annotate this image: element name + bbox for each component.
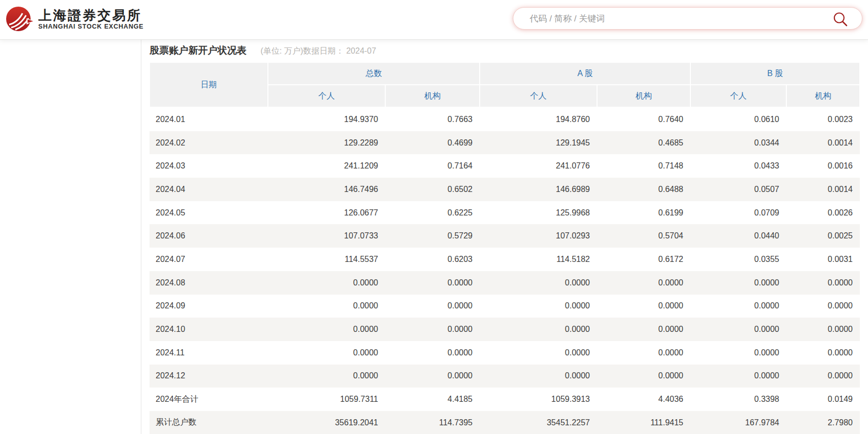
row-value: 0.3398 — [690, 388, 786, 411]
row-value: 0.0000 — [385, 341, 480, 365]
row-value: 0.0000 — [480, 295, 597, 318]
row-value: 0.0149 — [786, 388, 860, 411]
row-value: 0.0000 — [690, 365, 786, 388]
row-value: 0.0000 — [480, 318, 597, 341]
search-button[interactable] — [832, 11, 849, 28]
row-date: 2024.06 — [150, 224, 268, 248]
row-value: 0.0440 — [690, 224, 786, 248]
page: 上海證券交易所 SHANGHAI STOCK EXCHANGE 股票账户新开户状… — [0, 0, 868, 434]
row-value: 4.4185 — [385, 388, 480, 411]
row-value: 0.0000 — [786, 295, 860, 318]
row-value: 114.5182 — [480, 248, 597, 271]
table-row: 2024.120.00000.00000.00000.00000.00000.0… — [150, 365, 860, 388]
row-value: 0.0433 — [690, 154, 786, 178]
row-value: 0.6203 — [385, 248, 480, 271]
row-value: 0.0000 — [597, 341, 690, 365]
row-date: 2024.02 — [150, 131, 268, 155]
accounts-table: 日期 总数 A 股 B 股 个人 机构 个人 机构 个人 机构 2024.011… — [149, 62, 860, 434]
row-value: 129.2289 — [268, 131, 385, 155]
row-value: 0.0016 — [786, 154, 860, 178]
row-value: 0.0000 — [268, 318, 385, 341]
row-value: 194.9370 — [268, 107, 385, 131]
row-value: 194.8760 — [480, 107, 597, 131]
table-row: 2024.090.00000.00000.00000.00000.00000.0… — [150, 295, 860, 318]
row-value: 146.6989 — [480, 178, 597, 201]
row-date: 2024.08 — [150, 271, 268, 295]
row-value: 0.0000 — [597, 318, 690, 341]
column-header-a-personal: 个人 — [480, 85, 597, 107]
column-group-total: 总数 — [268, 62, 480, 85]
row-value: 0.0000 — [385, 318, 480, 341]
logo-name-english: SHANGHAI STOCK EXCHANGE — [38, 23, 143, 30]
row-value: 111.9415 — [597, 411, 690, 434]
search-input[interactable] — [529, 8, 816, 30]
column-header-a-institution: 机构 — [597, 85, 690, 107]
row-value: 0.0026 — [786, 201, 860, 225]
row-value: 0.0000 — [385, 271, 480, 295]
row-date: 累计总户数 — [150, 411, 268, 434]
row-value: 241.1209 — [268, 154, 385, 178]
table-row: 2024.05126.06770.6225125.99680.61990.070… — [150, 201, 860, 225]
row-value: 167.9784 — [690, 411, 786, 434]
row-value: 0.0000 — [597, 295, 690, 318]
row-value: 1059.7311 — [268, 388, 385, 411]
row-value: 0.6502 — [385, 178, 480, 201]
row-value: 241.0776 — [480, 154, 597, 178]
row-value: 0.0000 — [786, 318, 860, 341]
table-row: 2024年合计1059.73114.41851059.39134.40360.3… — [150, 388, 860, 411]
row-value: 0.4699 — [385, 131, 480, 155]
row-value: 0.0000 — [786, 271, 860, 295]
table-row: 2024.01194.93700.7663194.87600.76400.061… — [150, 107, 860, 131]
row-value: 0.0000 — [385, 295, 480, 318]
row-value: 0.5704 — [597, 224, 690, 248]
logo-text: 上海證券交易所 SHANGHAI STOCK EXCHANGE — [38, 8, 143, 30]
row-value: 0.6172 — [597, 248, 690, 271]
row-date: 2024.03 — [150, 154, 268, 178]
column-header-total-institution: 机构 — [385, 85, 480, 107]
row-value: 107.0733 — [268, 224, 385, 248]
row-value: 0.0000 — [786, 341, 860, 365]
row-value: 0.0000 — [690, 295, 786, 318]
table-row: 2024.02129.22890.4699129.19450.46850.034… — [150, 131, 860, 155]
row-value: 35619.2041 — [268, 411, 385, 434]
row-value: 0.0000 — [268, 295, 385, 318]
row-value: 0.4685 — [597, 131, 690, 155]
column-header-b-institution: 机构 — [786, 85, 860, 107]
column-group-a-shares: A 股 — [480, 62, 690, 85]
row-value: 0.0014 — [786, 131, 860, 155]
main-area: 股票账户新开户状况表 (单位: 万户)数据日期： 2024-07 日期 总 — [0, 40, 868, 434]
table-body: 2024.01194.93700.7663194.87600.76400.061… — [150, 107, 860, 434]
row-value: 146.7496 — [268, 178, 385, 201]
sse-logo[interactable]: 上海證券交易所 SHANGHAI STOCK EXCHANGE — [4, 4, 143, 34]
row-value: 0.0000 — [480, 365, 597, 388]
row-value: 0.0709 — [690, 201, 786, 225]
table-row: 2024.04146.74960.6502146.69890.64880.050… — [150, 178, 860, 201]
row-value: 107.0293 — [480, 224, 597, 248]
row-date: 2024.01 — [150, 107, 268, 131]
row-value: 0.7148 — [597, 154, 690, 178]
column-header-total-personal: 个人 — [268, 85, 385, 107]
row-date: 2024.09 — [150, 295, 268, 318]
row-value: 114.7395 — [385, 411, 480, 434]
row-value: 0.0000 — [690, 341, 786, 365]
row-value: 114.5537 — [268, 248, 385, 271]
row-date: 2024.04 — [150, 178, 268, 201]
row-value: 126.0677 — [268, 201, 385, 225]
row-value: 0.0610 — [690, 107, 786, 131]
table-row: 2024.03241.12090.7164241.07760.71480.043… — [150, 154, 860, 178]
row-value: 0.0000 — [690, 271, 786, 295]
column-header-b-personal: 个人 — [690, 85, 786, 107]
row-value: 1059.3913 — [480, 388, 597, 411]
row-value: 0.0000 — [268, 341, 385, 365]
row-value: 2.7980 — [786, 411, 860, 434]
row-value: 0.5729 — [385, 224, 480, 248]
row-date: 2024.07 — [150, 248, 268, 271]
row-value: 0.0000 — [786, 365, 860, 388]
row-value: 0.0000 — [268, 365, 385, 388]
row-value: 0.0000 — [480, 271, 597, 295]
row-value: 0.0355 — [690, 248, 786, 271]
row-value: 0.0507 — [690, 178, 786, 201]
row-date: 2024年合计 — [150, 388, 268, 411]
row-date: 2024.05 — [150, 201, 268, 225]
row-value: 0.0031 — [786, 248, 860, 271]
